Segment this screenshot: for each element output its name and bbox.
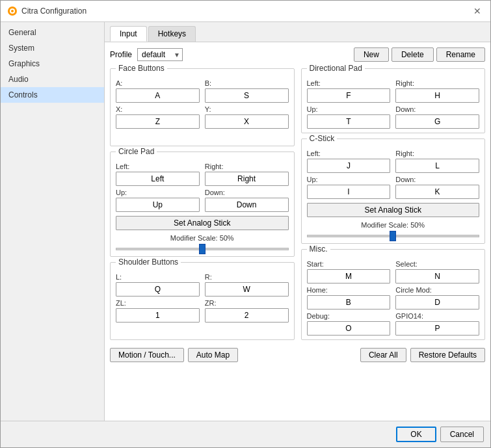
window: Citra Configuration ✕ General System Gra… [0,0,491,448]
circle-pad-grid: Left: Left Right: Right Up: [116,163,289,212]
dpad-left-group: Left: F [307,79,391,103]
misc-select-group: Select: N [395,260,479,283]
face-a-button[interactable]: A [116,88,200,103]
dpad-down-button[interactable]: G [395,114,479,129]
shoulder-grid: L: Q R: W ZL: 1 [116,273,289,323]
misc-home-button[interactable]: B [307,295,391,310]
delete-profile-button[interactable]: Delete [391,47,434,62]
dpad-right-button[interactable]: H [395,88,479,103]
dpad-left-button[interactable]: F [307,88,391,103]
shoulder-zl-group: ZL: 1 [116,299,200,323]
misc-circlemod-label: Circle Mod: [395,286,479,294]
misc-debug-button[interactable]: O [307,321,391,336]
close-button[interactable]: ✕ [471,5,484,18]
sidebar-item-general[interactable]: General [1,25,104,40]
face-b-label: B: [205,79,289,87]
shoulder-l-label: L: [116,273,200,281]
cancel-button[interactable]: Cancel [440,427,484,442]
circle-up-button[interactable]: Up [116,198,200,212]
misc-start-group: Start: M [307,260,391,283]
cstick-right-label: Right: [395,150,479,157]
ok-button[interactable]: OK [396,427,436,442]
cstick-down-label: Down: [395,176,479,183]
cstick-up-button[interactable]: I [307,185,391,199]
circle-slider-container [116,243,289,252]
misc-start-button[interactable]: M [307,269,391,283]
shoulder-buttons-section: Shoulder Buttons L: Q R: W [110,262,295,340]
circle-analog-stick-button[interactable]: Set Analog Stick [116,216,289,230]
face-y-group: Y: X [205,105,289,129]
face-x-group: X: Z [116,105,200,129]
right-column: Directional Pad Left: F Right: [301,68,486,345]
sidebar-item-controls[interactable]: Controls [1,87,104,103]
dpad-up-button[interactable]: T [307,114,391,129]
cstick-title: C-Stick [307,134,338,143]
sidebar: General System Graphics Audio Controls [1,22,105,421]
cstick-left-button[interactable]: J [307,159,391,173]
misc-circlemod-button[interactable]: D [395,295,479,310]
circle-right-button[interactable]: Right [205,172,289,186]
shoulder-zr-button[interactable]: 2 [205,308,289,323]
right-actions: Clear All Restore Defaults [360,348,485,362]
circle-down-button[interactable]: Down [205,198,289,212]
cstick-right-group: Right: L [395,150,479,173]
profile-label: Profile [110,50,132,59]
circle-up-group: Up: Up [116,189,200,212]
auto-map-button[interactable]: Auto Map [188,348,238,362]
dpad-section: Directional Pad Left: F Right: [301,68,486,133]
left-column: Face Buttons A: A B: S [110,68,295,345]
profile-buttons: New Delete Rename [354,47,485,62]
motion-touch-button[interactable]: Motion / Touch... [110,348,184,362]
main-content: Input Hotkeys Profile default ▼ New Dele… [105,22,490,421]
circle-down-group: Down: Down [205,189,289,212]
dpad-down-label: Down: [395,105,479,113]
shoulder-l-group: L: Q [116,273,200,296]
shoulder-zl-button[interactable]: 1 [116,308,200,323]
clear-all-button[interactable]: Clear All [360,348,406,362]
circle-left-label: Left: [116,163,200,170]
cstick-analog-stick-button[interactable]: Set Analog Stick [307,203,480,217]
sidebar-item-graphics[interactable]: Graphics [1,56,104,72]
tab-hotkeys[interactable]: Hotkeys [148,26,196,42]
shoulder-r-button[interactable]: W [205,282,289,296]
rename-profile-button[interactable]: Rename [436,47,485,62]
dpad-right-label: Right: [395,79,479,87]
circle-left-group: Left: Left [116,163,200,186]
content-area: General System Graphics Audio Controls I… [1,22,490,421]
restore-defaults-button[interactable]: Restore Defaults [410,348,485,362]
face-x-button[interactable]: Z [116,114,200,129]
cstick-down-button[interactable]: K [395,185,479,199]
misc-select-label: Select: [395,260,479,268]
cstick-right-button[interactable]: L [395,159,479,173]
sidebar-item-system[interactable]: System [1,40,104,56]
shoulder-l-button[interactable]: Q [116,282,200,296]
tab-input[interactable]: Input [110,26,147,42]
svg-point-2 [11,10,14,12]
cstick-up-label: Up: [307,176,391,183]
face-a-label: A: [116,79,200,87]
window-title: Citra Configuration [21,7,86,16]
misc-select-button[interactable]: N [395,269,479,283]
circle-left-button[interactable]: Left [116,172,200,186]
face-y-button[interactable]: X [205,114,289,129]
circle-pad-title: Circle Pad [116,147,157,156]
face-b-button[interactable]: S [205,88,289,103]
face-y-label: Y: [205,105,289,113]
misc-debug-group: Debug: O [307,312,391,336]
circle-right-group: Right: Right [205,163,289,186]
main-columns: Face Buttons A: A B: S [110,68,485,345]
shoulder-zl-label: ZL: [116,299,200,307]
profile-select[interactable]: default [137,48,183,61]
cstick-down-group: Down: K [395,176,479,199]
cstick-section: C-Stick Left: J Right: L [301,138,486,244]
title-bar: Citra Configuration ✕ [1,1,490,22]
new-profile-button[interactable]: New [354,47,389,62]
misc-start-label: Start: [307,260,391,268]
circle-right-label: Right: [205,163,289,170]
dialog-buttons: OK Cancel [396,427,484,442]
face-a-group: A: A [116,79,200,103]
misc-gpio14-button[interactable]: P [395,321,479,336]
cstick-modifier-slider[interactable] [307,235,480,237]
circle-modifier-slider[interactable] [116,248,289,250]
sidebar-item-audio[interactable]: Audio [1,72,104,87]
